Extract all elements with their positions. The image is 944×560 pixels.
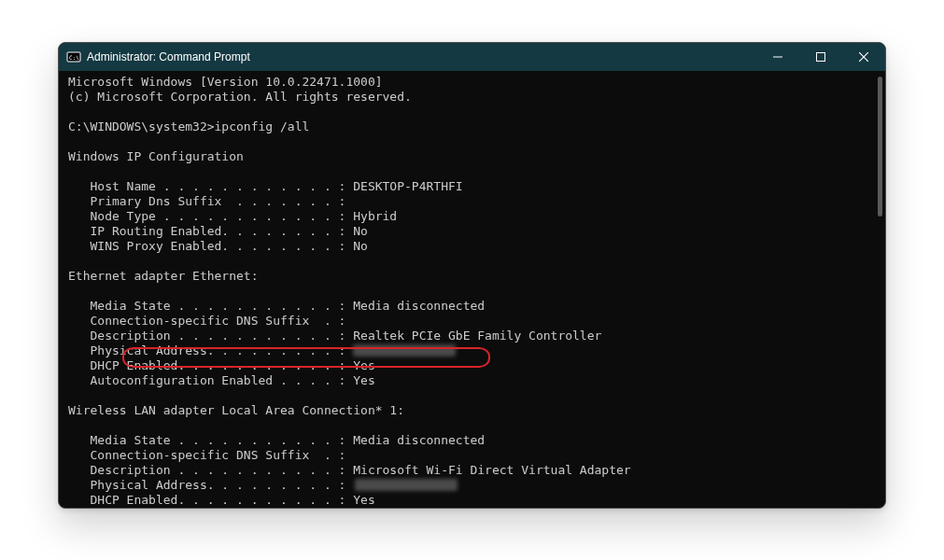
eth-dhcp-enabled: DHCP Enabled. . . . . . . . . . . : Yes — [68, 358, 375, 372]
prompt-path: C:\WINDOWS\system32> — [68, 119, 215, 133]
line-ip-routing: IP Routing Enabled. . . . . . . . : No — [68, 224, 368, 238]
eth-physical-address: Physical Address. . . . . . . . . : — [68, 343, 456, 357]
heading-ip-config: Windows IP Configuration — [68, 149, 244, 163]
typed-command: ipconfig /all — [215, 119, 310, 133]
window-title: Administrator: Command Prompt — [87, 50, 250, 63]
wlan-media-state: Media State . . . . . . . . . . . : Medi… — [68, 433, 485, 447]
svg-text:C:\: C:\ — [69, 54, 79, 61]
terminal-output[interactable]: Microsoft Windows [Version 10.0.22471.10… — [59, 71, 885, 508]
line-version: Microsoft Windows [Version 10.0.22471.10… — [68, 75, 383, 89]
command-prompt-window: C:\ Administrator: Command Prompt Micros… — [58, 42, 886, 509]
svg-rect-3 — [817, 53, 825, 62]
cmd-app-icon: C:\ — [66, 49, 81, 64]
line-hostname: Host Name . . . . . . . . . . . . : DESK… — [68, 179, 463, 193]
titlebar: C:\ Administrator: Command Prompt — [59, 43, 885, 71]
heading-ethernet-adapter: Ethernet adapter Ethernet: — [68, 269, 259, 283]
eth-autoconfig: Autoconfiguration Enabled . . . . : Yes — [68, 373, 375, 387]
eth-dns-suffix: Connection-specific DNS Suffix . : — [68, 314, 345, 328]
scrollbar-thumb[interactable] — [878, 77, 882, 217]
redacted-mac-address — [353, 344, 456, 357]
maximize-button[interactable] — [799, 43, 842, 71]
minimize-button[interactable] — [756, 43, 799, 71]
line-copyright: (c) Microsoft Corporation. All rights re… — [68, 90, 412, 104]
eth-description: Description . . . . . . . . . . . : Real… — [68, 329, 601, 343]
redacted-mac-address — [355, 479, 458, 491]
line-node-type: Node Type . . . . . . . . . . . . : Hybr… — [68, 209, 397, 223]
line-wins-proxy: WINS Proxy Enabled. . . . . . . . : No — [68, 239, 368, 253]
wlan-dhcp-enabled: DHCP Enabled. . . . . . . . . . . : Yes — [68, 493, 375, 507]
eth-media-state: Media State . . . . . . . . . . . : Medi… — [68, 299, 485, 313]
heading-wlan-adapter: Wireless LAN adapter Local Area Connecti… — [68, 403, 404, 417]
wlan-description: Description . . . . . . . . . . . : Micr… — [68, 463, 631, 477]
line-primary-dns-suffix: Primary Dns Suffix . . . . . . . : — [68, 194, 345, 208]
close-button[interactable] — [842, 43, 885, 71]
wlan-dns-suffix: Connection-specific DNS Suffix . : — [68, 448, 345, 462]
wlan-physical-address: Physical Address. . . . . . . . . : — [68, 478, 458, 492]
